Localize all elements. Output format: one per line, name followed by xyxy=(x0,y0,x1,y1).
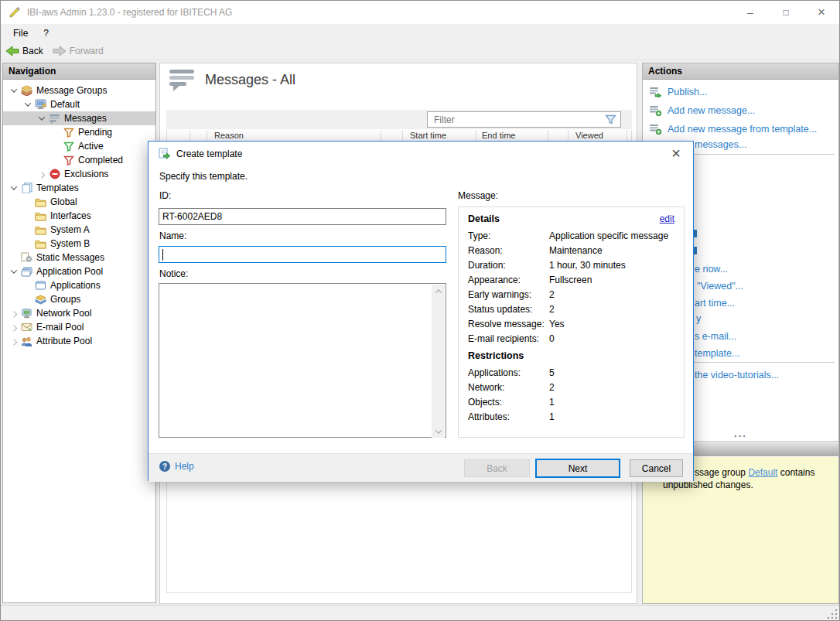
close-button[interactable]: × xyxy=(804,1,839,24)
detail-row: Resolve message:Yes xyxy=(468,319,674,329)
tree-item-active[interactable]: Active xyxy=(3,139,155,153)
id-field[interactable] xyxy=(159,208,446,225)
detail-row: Status updates:2 xyxy=(468,304,674,315)
tree-item-templates[interactable]: Templates xyxy=(3,181,155,195)
chevron-down-icon[interactable] xyxy=(8,265,20,278)
funnel-completed-icon xyxy=(62,155,75,166)
occluded-link-sliver[interactable] xyxy=(694,230,697,237)
filter-box[interactable] xyxy=(427,111,621,128)
tree-item-applications[interactable]: Applications xyxy=(3,278,155,292)
tree-item-static-messages[interactable]: Static Messages xyxy=(3,251,155,264)
back-button[interactable]: Back xyxy=(1,44,48,58)
occluded-link-sliver[interactable] xyxy=(694,247,697,254)
tree-item-label: Network Pool xyxy=(36,308,91,319)
navigation-panel: Navigation Message Groups Default Messag… xyxy=(2,63,156,603)
tree-item-groups[interactable]: Groups xyxy=(3,292,155,306)
tree-item-label: E-mail Pool xyxy=(36,322,84,333)
next-button[interactable]: Next xyxy=(535,459,620,478)
forward-button[interactable]: Forward xyxy=(48,44,108,58)
tree-item-global[interactable]: Global xyxy=(3,195,155,209)
action-link-fragment[interactable]: "Viewed"... xyxy=(697,281,743,292)
action-add-new-message[interactable]: Add new message... xyxy=(643,101,838,120)
window-title: IBI-aws Admin 1.23.0 - registered for IB… xyxy=(27,7,232,18)
action-link-fragment[interactable]: e now... xyxy=(695,264,728,275)
chevron-down-icon[interactable] xyxy=(36,112,48,125)
restriction-row: Network:2 xyxy=(468,382,674,393)
action-label: Add new message from template... xyxy=(668,124,817,135)
nav-toolbar: Back Forward xyxy=(1,42,839,60)
edit-link[interactable]: edit xyxy=(660,213,674,224)
chevron-right-icon[interactable] xyxy=(8,307,20,319)
action-link-fragment[interactable]: art time... xyxy=(695,298,735,309)
name-label: Name: xyxy=(159,230,186,241)
default-group-link[interactable]: Default xyxy=(748,467,777,478)
action-link-fragment[interactable]: template... xyxy=(695,348,739,359)
tree-item-application-pool[interactable]: Application Pool xyxy=(3,264,155,278)
action-label: Add new message... xyxy=(668,105,755,116)
back-dialog-button[interactable]: Back xyxy=(464,459,530,477)
action-link-fragment[interactable]: y xyxy=(696,313,701,324)
scroll-down-icon[interactable] xyxy=(432,425,445,438)
tree-item-interfaces[interactable]: Interfaces xyxy=(3,209,155,223)
action-publish[interactable]: Publish... xyxy=(643,83,838,101)
dialog-footer: ? Help Back Next Cancel xyxy=(149,453,693,482)
chevron-right-icon[interactable] xyxy=(36,168,48,180)
help-link[interactable]: ? Help xyxy=(159,461,194,472)
tree-item-pending[interactable]: Pending xyxy=(3,125,155,139)
chevron-right-icon[interactable] xyxy=(8,321,20,333)
page-title: Messages - All xyxy=(205,72,295,88)
message-groups-icon xyxy=(20,85,33,97)
scrollbar[interactable] xyxy=(432,285,445,438)
tree-item-exclusions[interactable]: Exclusions xyxy=(3,167,155,181)
menu-help[interactable]: ? xyxy=(36,26,56,41)
restrictions-heading: Restrictions xyxy=(468,350,674,361)
chevron-down-icon[interactable] xyxy=(22,98,34,111)
app-window: IBI-aws Admin 1.23.0 - registered for IB… xyxy=(0,0,840,621)
detail-row: Type:Application specific message xyxy=(468,230,674,241)
back-arrow-icon xyxy=(5,46,19,56)
filter-funnel-icon[interactable] xyxy=(605,114,616,125)
tree-item-default[interactable]: Default xyxy=(3,97,155,111)
resize-grip-icon[interactable] xyxy=(828,609,837,619)
maximize-button[interactable]: □ xyxy=(768,1,804,24)
chevron-down-icon[interactable] xyxy=(8,84,20,97)
chevron-down-icon[interactable] xyxy=(8,182,20,194)
folder-icon xyxy=(34,196,47,208)
tree-item-message-groups[interactable]: Message Groups xyxy=(3,84,155,97)
filter-input[interactable] xyxy=(428,114,605,125)
scroll-up-icon[interactable] xyxy=(432,285,445,298)
restriction-row: Objects:1 xyxy=(468,397,674,408)
tree-item-network-pool[interactable]: Network Pool xyxy=(3,306,155,320)
cancel-button[interactable]: Cancel xyxy=(630,459,683,477)
folder-icon xyxy=(34,224,47,236)
action-link-fragment[interactable]: messages... xyxy=(695,139,746,150)
tree-item-label: Active xyxy=(78,141,104,152)
action-link-fragment[interactable]: the video-tutorials... xyxy=(695,370,779,380)
status-bar xyxy=(1,605,839,621)
tree-item-label: Interfaces xyxy=(50,210,91,221)
tree-item-label: Attribute Pool xyxy=(36,336,92,346)
tree-item-label: Pending xyxy=(78,127,112,138)
menu-file[interactable]: File xyxy=(5,26,36,41)
action-add-message-from-template[interactable]: Add new message from template... xyxy=(643,120,838,138)
help-icon: ? xyxy=(159,461,170,472)
notice-field[interactable] xyxy=(159,283,446,438)
tree-item-label: Static Messages xyxy=(36,252,104,263)
tree-item-messages[interactable]: Messages xyxy=(3,111,155,125)
action-link-fragment[interactable]: s e-mail... xyxy=(695,331,736,342)
tree-item-attribute-pool[interactable]: Attribute Pool xyxy=(3,334,155,348)
tree-item-system-b[interactable]: System B xyxy=(3,237,155,251)
tree-item-email-pool[interactable]: E-mail Pool xyxy=(3,320,155,334)
name-field[interactable] xyxy=(159,246,446,263)
tree-item-completed[interactable]: Completed xyxy=(3,153,155,167)
add-message-template-icon xyxy=(649,124,662,135)
tree-item-label: Applications xyxy=(50,280,101,291)
messages-icon xyxy=(48,113,61,125)
messages-page-icon xyxy=(168,68,196,91)
tree-item-system-a[interactable]: System A xyxy=(3,223,155,237)
filter-strip xyxy=(166,110,632,129)
minimize-button[interactable]: – xyxy=(732,1,768,24)
chevron-right-icon[interactable] xyxy=(8,335,20,347)
message-details-box: Details edit Type:Application specific m… xyxy=(458,206,685,438)
dialog-close-icon[interactable]: × xyxy=(667,145,685,162)
